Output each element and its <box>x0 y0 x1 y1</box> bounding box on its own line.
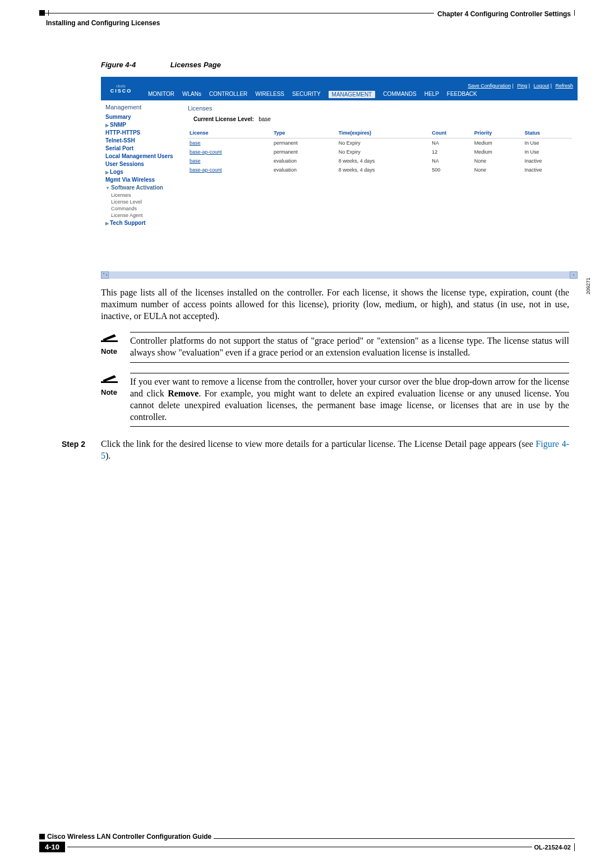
header-vbar-right <box>574 10 575 16</box>
step-2: Step 2 Click the link for the desired li… <box>62 438 569 461</box>
svg-marker-1 <box>103 334 116 341</box>
note-rule-top <box>130 332 569 333</box>
license-link[interactable]: base-ap-count <box>188 147 272 156</box>
header-rule-long <box>49 13 434 13</box>
sidebar-serial[interactable]: Serial Port <box>105 145 179 151</box>
svg-marker-3 <box>103 375 116 382</box>
main-tabs: MONITOR WLANs CONTROLLER WIRELESS SECURI… <box>141 89 578 100</box>
sidebar-sub-license-level[interactable]: License Level <box>111 199 179 205</box>
tab-wireless[interactable]: WIRELESS <box>255 91 284 98</box>
sidebar-title: Management <box>105 104 179 110</box>
tab-monitor[interactable]: MONITOR <box>148 91 174 98</box>
note-block-2: Note If you ever want to remove a licens… <box>101 373 569 427</box>
note-rule-top <box>130 373 569 373</box>
footer-title: Cisco Wireless LAN Controller Configurat… <box>47 833 211 841</box>
license-link[interactable]: base <box>188 156 272 165</box>
col-priority: Priority <box>473 128 523 138</box>
util-save[interactable]: Save Configuration <box>468 83 511 89</box>
col-type: Type <box>272 128 337 138</box>
table-header-row: License Type Time(expires) Count Priorit… <box>188 128 572 138</box>
scroll-track[interactable] <box>109 272 570 278</box>
sidebar-logs[interactable]: ▶Logs <box>105 169 179 175</box>
page-number: 4-10 <box>39 842 65 852</box>
app-topbar: ılıılı CISCO Save Configuration | Ping |… <box>101 77 578 100</box>
util-ping[interactable]: Ping <box>517 83 527 89</box>
util-logout[interactable]: Logout <box>534 83 550 89</box>
sidebar-snmp[interactable]: ▶SNMP <box>105 122 179 128</box>
note-label: Note <box>101 347 130 355</box>
col-time: Time(expires) <box>337 128 431 138</box>
col-status: Status <box>523 128 572 138</box>
sidebar-mgmt-wireless[interactable]: Mgmt Via Wireless <box>105 177 179 183</box>
step-text-b: ). <box>105 451 110 460</box>
svg-rect-0 <box>101 340 118 342</box>
util-refresh[interactable]: Refresh <box>555 83 573 89</box>
app-sidebar: Management Summary ▶SNMP HTTP-HTTPS Teln… <box>101 100 182 271</box>
footer-rule-2 <box>67 847 532 847</box>
sidebar-http[interactable]: HTTP-HTTPS <box>105 130 179 136</box>
footer-rule <box>214 838 575 839</box>
cisco-logo-bars: ılıılı <box>117 84 126 88</box>
running-header: Chapter 4 Configuring Controller Setting… <box>39 10 575 27</box>
figure-side-id: 209271 <box>585 278 591 294</box>
header-square-left <box>39 10 45 16</box>
note-rule-bottom <box>130 362 569 363</box>
note-block-1: Note Controller platforms do not support… <box>101 332 569 362</box>
main-title: Licenses <box>188 105 572 112</box>
license-link[interactable]: base-ap-count <box>188 165 272 174</box>
tab-controller[interactable]: CONTROLLER <box>209 91 247 98</box>
sidebar-user-sessions[interactable]: User Sessions <box>105 161 179 167</box>
svg-rect-2 <box>101 381 118 383</box>
cisco-logo: ılıılı CISCO <box>101 77 141 100</box>
table-row: base evaluation 8 weeks, 4 days NA None … <box>188 156 572 165</box>
col-count: Count <box>430 128 473 138</box>
note-text-bold: Remove <box>168 389 198 398</box>
utility-links: Save Configuration | Ping | Logout | Ref… <box>141 81 578 89</box>
chevron-down-icon: ▼ <box>105 186 110 191</box>
footer-vbar <box>574 843 575 851</box>
scroll-left-button[interactable]: ˅ ‹ <box>101 271 109 279</box>
table-row: base permanent No Expiry NA Medium In Us… <box>188 138 572 148</box>
page-footer: Cisco Wireless LAN Controller Configurat… <box>39 833 575 852</box>
section-title: Installing and Configuring Licenses <box>46 19 575 27</box>
sidebar-sub-license-agent[interactable]: License Agent <box>111 213 179 218</box>
figure-number: Figure 4-4 <box>101 61 168 69</box>
license-link[interactable]: base <box>188 138 272 148</box>
note-text: Controller platforms do not support the … <box>130 336 569 357</box>
sidebar-sub-licenses[interactable]: Licenses <box>111 192 179 198</box>
step-label: Step 2 <box>62 438 101 461</box>
sidebar-telnet[interactable]: Telnet-SSH <box>105 137 179 144</box>
tab-security[interactable]: SECURITY <box>292 91 321 98</box>
note-pencil-icon <box>101 374 118 384</box>
chevron-right-icon: ▶ <box>105 170 109 175</box>
footer-square <box>39 834 45 839</box>
table-row: base-ap-count evaluation 8 weeks, 4 days… <box>188 165 572 174</box>
tab-management[interactable]: MANAGEMENT <box>329 91 376 98</box>
tab-help[interactable]: HELP <box>424 91 439 98</box>
sidebar-local-mgmt[interactable]: Local Management Users <box>105 153 179 159</box>
licenses-table: License Type Time(expires) Count Priorit… <box>188 128 572 174</box>
table-row: base-ap-count permanent No Expiry 12 Med… <box>188 147 572 156</box>
paragraph-intro: This page lists all of the licenses inst… <box>101 287 569 322</box>
chevron-right-icon: ▶ <box>105 221 109 226</box>
figure-title: Licenses Page <box>170 61 221 69</box>
figure-embedded-app: ılıılı CISCO Save Configuration | Ping |… <box>101 77 578 279</box>
sidebar-software-activation[interactable]: ▼Software Activation <box>105 184 179 191</box>
current-license-level: Current License Level: base <box>193 116 572 122</box>
scroll-right-button[interactable]: › <box>570 271 578 279</box>
sidebar-summary[interactable]: Summary <box>105 114 179 120</box>
tab-commands[interactable]: COMMANDS <box>383 91 416 98</box>
sidebar-tech-support[interactable]: ▶Tech Support <box>105 220 179 226</box>
step-text-a: Click the link for the desired license t… <box>101 439 535 449</box>
document-id: OL-21524-02 <box>534 844 571 851</box>
tab-wlans[interactable]: WLANs <box>182 91 201 98</box>
chapter-title: Chapter 4 Configuring Controller Setting… <box>434 10 571 18</box>
col-license: License <box>188 128 272 138</box>
note-rule-bottom <box>130 426 569 427</box>
horizontal-scrollbar[interactable]: ˅ ‹ › <box>101 271 578 279</box>
cisco-logo-text: CISCO <box>110 88 132 94</box>
tab-feedback[interactable]: FEEDBACK <box>447 91 477 98</box>
chevron-right-icon: ▶ <box>105 123 109 128</box>
sidebar-sub-commands[interactable]: Commands <box>111 206 179 211</box>
app-main: Licenses Current License Level: base Lic… <box>182 100 578 271</box>
